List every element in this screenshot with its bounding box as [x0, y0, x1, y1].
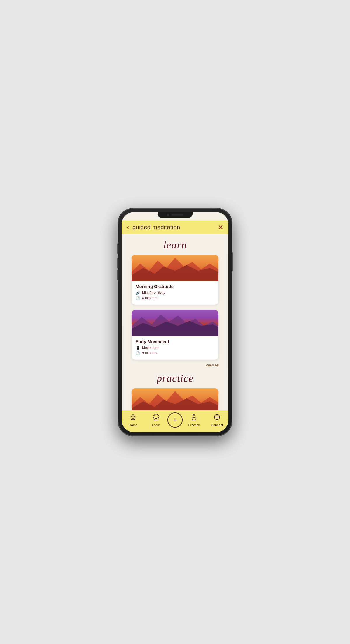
duration-label: 4 minutes: [142, 296, 157, 300]
card-morning-gratitude-learn[interactable]: Morning Gratitude 🔊 Mindful Activity 🕐 4…: [131, 255, 219, 305]
card-image-orange: [132, 255, 218, 281]
back-button[interactable]: ‹: [127, 224, 129, 231]
nav-label-connect: Connect: [211, 423, 223, 427]
card-image-orange-2: [132, 388, 218, 410]
card-morning-gratitude-practice[interactable]: Morning Gratitude 🔊 Mindful Activity 🕐 4…: [131, 388, 219, 410]
audio-icon: 🔊: [136, 291, 140, 295]
card-image-purple: [132, 310, 218, 336]
nav-item-learn[interactable]: Learn: [145, 414, 168, 427]
search-title: guided meditation: [132, 224, 214, 231]
home-icon: [130, 414, 136, 422]
nav-item-home[interactable]: Home: [122, 414, 145, 427]
view-all-container: View All: [122, 362, 228, 368]
nav-item-connect[interactable]: Connect: [206, 414, 229, 427]
learn-section: learn Morning Gratitude 🔊 Mindful Acti: [122, 239, 228, 368]
card-body: Morning Gratitude 🔊 Mindful Activity 🕐 4…: [132, 281, 218, 305]
clock-icon: 🕐: [136, 296, 140, 300]
duration-label: 9 minutes: [142, 351, 157, 355]
category-label: Mindful Activity: [142, 291, 165, 295]
nav-item-add[interactable]: +: [167, 412, 183, 428]
practice-icon: [190, 414, 197, 422]
clock-icon: 🕐: [136, 351, 140, 355]
practice-section-title: practice: [122, 372, 228, 384]
card-duration: 🕐 4 minutes: [136, 296, 214, 300]
close-button[interactable]: ✕: [218, 224, 223, 231]
category-label: Movement: [142, 346, 158, 350]
main-content: learn Morning Gratitude 🔊 Mindful Acti: [122, 234, 228, 410]
nav-label-learn: Learn: [152, 423, 160, 427]
speaker: [172, 214, 183, 216]
card-category: 📱 Movement: [136, 346, 214, 350]
view-all-link[interactable]: View All: [206, 363, 219, 367]
status-bar: [122, 212, 228, 221]
card-body: Early Movement 📱 Movement 🕐 9 minutes: [132, 336, 218, 360]
add-button[interactable]: +: [167, 412, 183, 428]
learn-section-title: learn: [122, 239, 228, 251]
phone-frame: ‹ guided meditation ✕ learn M: [118, 209, 232, 436]
movement-icon: 📱: [136, 346, 140, 350]
plus-icon: +: [173, 416, 177, 424]
search-header: ‹ guided meditation ✕: [122, 221, 228, 234]
bottom-navigation: Home Learn +: [122, 410, 228, 432]
practice-section: practice Morning Gratitude 🔊 Mindful A: [122, 372, 228, 410]
nav-item-practice[interactable]: Practice: [183, 414, 206, 427]
connect-icon: [214, 414, 220, 422]
phone-screen: ‹ guided meditation ✕ learn M: [122, 212, 228, 432]
card-title: Morning Gratitude: [136, 284, 214, 289]
learn-icon: [153, 414, 160, 422]
nav-label-home: Home: [129, 423, 137, 427]
nav-label-practice: Practice: [188, 423, 200, 427]
card-title: Early Movement: [136, 339, 214, 344]
card-early-movement-learn[interactable]: Early Movement 📱 Movement 🕐 9 minutes: [131, 310, 219, 360]
notch: [158, 212, 192, 218]
camera: [167, 214, 169, 216]
card-duration: 🕐 9 minutes: [136, 351, 214, 355]
card-category: 🔊 Mindful Activity: [136, 291, 214, 295]
